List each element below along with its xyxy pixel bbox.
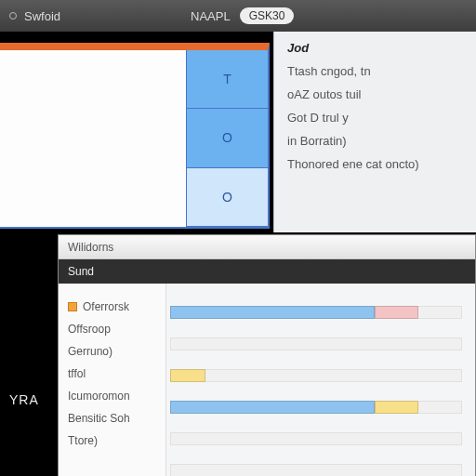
sidebar-item-label: Oferrorsk	[83, 300, 129, 313]
sidebar-item-label: Bensitic Soh	[68, 412, 130, 425]
window-titlebar[interactable]: Wilidorns	[59, 235, 475, 259]
panel-row: oAZ outos tuil	[287, 87, 463, 101]
square-icon	[68, 302, 77, 311]
bar-row	[170, 427, 462, 451]
window-grid: T O O	[0, 43, 270, 229]
sidebar-item-label: Ttore)	[68, 434, 98, 447]
menu-label[interactable]: NAAPL	[191, 9, 231, 23]
panel-heading: Jod	[287, 41, 463, 55]
sidebar-item[interactable]: Gerruno)	[68, 345, 156, 358]
bar-row	[170, 332, 462, 356]
grid-cell[interactable]: O	[187, 168, 268, 227]
bar-segment-blue	[170, 401, 375, 414]
sidebar-item[interactable]: Offsroop	[68, 323, 156, 336]
bar-segment-yellow	[375, 401, 418, 414]
sidebar-item-label: tffol	[68, 367, 86, 380]
top-toolbar: Swfoid NAAPL GSK30	[0, 0, 476, 32]
panel-row: Got D trul y	[287, 111, 463, 125]
window-control-icon[interactable]	[9, 12, 17, 20]
tab-active[interactable]: Sund	[68, 265, 94, 278]
chart-sidebar: Oferrorsk Offsroop Gerruno) tffol Icumor…	[59, 284, 166, 476]
sidebar-item-label: Gerruno)	[68, 345, 112, 358]
bar-row	[170, 395, 462, 419]
bar-segment-blue	[170, 306, 375, 319]
tab-bar: Sund	[59, 259, 475, 284]
bar-row	[170, 300, 462, 324]
panel-row: in Borratin)	[287, 134, 463, 148]
app-name: Swfoid	[24, 9, 60, 23]
desktop: T O O Jod Ttash cngod, tn oAZ outos tuil…	[0, 32, 476, 476]
bar-row	[170, 364, 462, 388]
panel-row: Thonored ene cat oncto)	[287, 157, 463, 171]
sidebar-item-label: Icumoromon	[68, 390, 130, 403]
bar-chart	[166, 284, 475, 476]
grid-cell[interactable]: T	[187, 50, 268, 109]
grid-cell[interactable]: O	[187, 109, 268, 167]
sidebar-item[interactable]: Bensitic Soh	[68, 412, 156, 425]
bar-row	[170, 458, 462, 476]
sidebar-item[interactable]: Ttore)	[68, 434, 156, 447]
grid-right-pane: T O O	[186, 50, 268, 227]
sidebar-item[interactable]: Oferrorsk	[68, 300, 156, 313]
toolbar-pill[interactable]: GSK30	[240, 7, 295, 24]
sidebar-item[interactable]: tffol	[68, 367, 156, 380]
sidebar-item-label: Offsroop	[68, 323, 111, 336]
panel-row: Ttash cngod, tn	[287, 64, 463, 78]
grid-left-pane[interactable]	[0, 50, 186, 227]
window-title: Wilidorns	[68, 241, 113, 254]
side-label: YRA	[9, 392, 39, 407]
window-chart: Wilidorns Sund Oferrorsk Offsroop Gerrun…	[58, 234, 476, 476]
sidebar-item[interactable]: Icumoromon	[68, 390, 156, 403]
bar-segment-pink	[375, 306, 418, 319]
info-panel: Jod Ttash cngod, tn oAZ outos tuil Got D…	[273, 32, 476, 236]
bar-segment-yellow	[170, 369, 205, 382]
